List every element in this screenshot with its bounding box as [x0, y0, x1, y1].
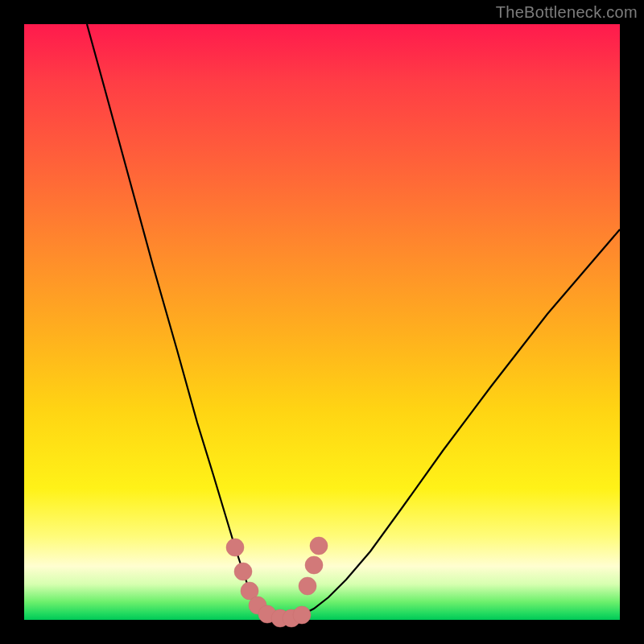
- curve-marker: [234, 563, 252, 580]
- curve-marker: [299, 577, 316, 595]
- bottleneck-curve-path: [87, 24, 620, 618]
- marker-group: [226, 537, 328, 627]
- chart-plot-area: [24, 24, 620, 620]
- bottleneck-curve-svg: [24, 24, 620, 620]
- curve-marker: [293, 606, 311, 624]
- curve-marker: [226, 539, 244, 556]
- curve-marker: [310, 537, 328, 555]
- curve-marker: [305, 556, 323, 574]
- chart-frame: TheBottleneck.com: [0, 0, 644, 644]
- watermark-text: TheBottleneck.com: [496, 3, 638, 22]
